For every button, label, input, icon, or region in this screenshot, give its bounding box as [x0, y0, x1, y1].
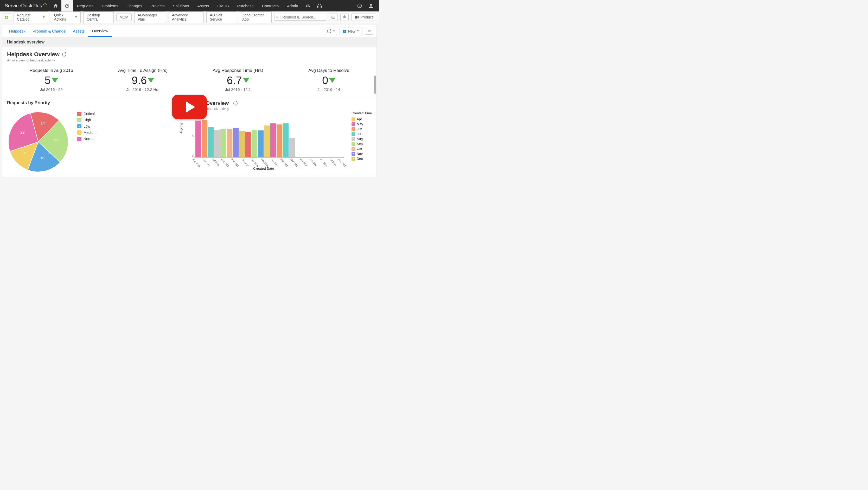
home-icon[interactable] — [50, 0, 61, 11]
video-icon — [354, 16, 359, 19]
kpi-requests: Requests In Aug 2016 5 Jul 2016 - 99 — [30, 68, 73, 92]
bar-title: Helpdesk Overview — [181, 100, 372, 106]
plus-icon — [343, 29, 347, 33]
hamburger-icon — [367, 29, 371, 33]
priority-legend: ✓Critical✓High✓Low✓Medium✓Normal — [77, 111, 96, 142]
trend-down-icon — [329, 78, 335, 83]
scrollbar-thumb[interactable] — [374, 76, 376, 94]
section-header: Helpdesk overview — [2, 37, 376, 48]
svg-text:14: 14 — [40, 121, 45, 125]
svg-rect-9 — [5, 16, 6, 17]
caret-icon — [333, 30, 335, 32]
svg-rect-4 — [317, 6, 318, 7]
ad-self-service-button[interactable]: AD Self Service — [206, 11, 236, 23]
toolbar: Request Catalog Quick Actions Desktop Ce… — [0, 11, 379, 23]
svg-point-8 — [370, 4, 372, 6]
logo-swoosh — [42, 3, 48, 8]
search-icon — [276, 16, 279, 19]
refresh-icon[interactable] — [234, 101, 238, 106]
refresh-button[interactable] — [325, 28, 337, 35]
svg-rect-1 — [306, 5, 307, 7]
trend-down-icon — [243, 78, 249, 83]
reports-icon[interactable] — [302, 0, 314, 11]
bar-chart: Avgerage Time to Respond in . 1050 May 2… — [181, 113, 346, 171]
tab-problem-change[interactable]: Problem & Change — [29, 25, 69, 37]
kpi-avg-response: Avg Response Time (Hrs) 6.7 Jul 2016 - 1… — [213, 68, 263, 92]
svg-rect-3 — [309, 6, 310, 7]
topbar: ServiceDesk Plus Requests Problems Chang… — [0, 0, 379, 11]
top-nav: Requests Problems Changes Projects Solut… — [73, 0, 302, 11]
bar-legend: Created Time✓Apr✓May✓Jun✓Jul✓Aug✓Sep✓Oct… — [351, 111, 372, 171]
admanager-button[interactable]: ADManager Plus — [134, 11, 166, 23]
nav-projects[interactable]: Projects — [146, 0, 168, 11]
caret-icon — [357, 30, 359, 32]
svg-text:16: 16 — [40, 156, 44, 160]
svg-rect-2 — [308, 4, 308, 7]
overview-title: Helpdesk Overview — [7, 51, 372, 58]
logo-text-a: ServiceDesk — [5, 3, 33, 8]
svg-text:12: 12 — [23, 151, 28, 155]
play-button-overlay[interactable] — [172, 95, 207, 119]
kpi-avg-resolve: Avg Days to Resolve 0 Jul 2016 - 14 — [308, 68, 349, 92]
nav-assets[interactable]: Assets — [193, 0, 213, 11]
priority-card: Requests by Priority 1421161222 ✓Critica… — [7, 100, 179, 173]
search-input[interactable] — [282, 15, 324, 19]
notification-button[interactable] — [340, 13, 349, 21]
help-icon[interactable]: ? — [354, 0, 365, 11]
advanced-analytics-button[interactable]: Advanced Analytics — [168, 11, 204, 23]
svg-text:22: 22 — [20, 130, 25, 134]
x-ticks: May 2015Jun 2015Jul 2015Aug 2015Sep 2015… — [194, 158, 344, 166]
logo: ServiceDesk Plus — [2, 3, 50, 8]
priority-pie-chart: 1421161222 — [7, 111, 69, 173]
trend-down-icon — [148, 78, 154, 83]
kpi-row: Requests In Aug 2016 5 Jul 2016 - 99 Avg… — [7, 68, 372, 97]
nav-contracts[interactable]: Contracts — [258, 0, 283, 11]
svg-text:?: ? — [359, 4, 360, 7]
tab-helpdesk[interactable]: Helpdesk — [5, 25, 29, 37]
refresh-icon[interactable] — [62, 52, 66, 57]
trend-down-icon — [52, 78, 58, 83]
overview-subtitle: An overview of helpdesk activity — [7, 58, 372, 62]
caret-icon — [43, 17, 45, 18]
desktop-central-button[interactable]: Desktop Central — [83, 11, 114, 23]
nav-solutions[interactable]: Solutions — [169, 0, 193, 11]
nav-problems[interactable]: Problems — [98, 0, 122, 11]
y-ticks: 1050 — [189, 115, 194, 157]
search-box[interactable]: | — [274, 14, 326, 21]
svg-point-15 — [333, 17, 334, 18]
tab-assets[interactable]: Assets — [69, 25, 88, 37]
kpi-avg-assign: Avg Time To Assign (Hrs) 9.6 Jul 2016 - … — [118, 68, 167, 92]
dashboard-icon[interactable] — [61, 0, 73, 11]
support-icon[interactable] — [314, 0, 325, 11]
nav-admin[interactable]: Admin — [283, 0, 302, 11]
svg-rect-16 — [354, 16, 357, 19]
tab-overview[interactable]: Overview — [88, 25, 112, 37]
caret-icon — [75, 17, 77, 18]
view-tabs: Helpdesk Problem & Change Assets Overvie… — [2, 25, 376, 37]
svg-rect-11 — [5, 18, 6, 19]
nav-purchase[interactable]: Purchase — [233, 0, 258, 11]
svg-rect-5 — [321, 6, 321, 7]
new-button[interactable]: New — [340, 28, 363, 35]
svg-point-13 — [277, 16, 278, 18]
nav-changes[interactable]: Changes — [122, 0, 146, 11]
zoho-creator-button[interactable]: Zoho Creator App — [239, 11, 272, 23]
refresh-icon — [327, 29, 331, 33]
svg-rect-12 — [7, 18, 8, 19]
svg-rect-10 — [7, 16, 8, 17]
svg-rect-14 — [332, 16, 335, 19]
request-catalog-button[interactable]: Request Catalog — [13, 11, 48, 23]
snapshot-button[interactable] — [329, 13, 338, 21]
mdm-button[interactable]: MDM — [116, 13, 132, 21]
product-button[interactable]: Product — [351, 13, 376, 21]
logo-text-b: Plus — [33, 3, 42, 8]
quick-actions-button[interactable]: Quick Actions — [51, 11, 81, 23]
menu-button[interactable] — [365, 28, 373, 35]
nav-requests[interactable]: Requests — [73, 0, 98, 11]
catalog-icon-button[interactable] — [3, 13, 11, 21]
user-icon[interactable] — [365, 0, 377, 11]
priority-title: Requests by Priority — [7, 100, 179, 106]
svg-text:21: 21 — [54, 138, 59, 142]
nav-cmdb[interactable]: CMDB — [213, 0, 233, 11]
bar-card: Helpdesk Overview An overview of helpdes… — [181, 100, 372, 173]
